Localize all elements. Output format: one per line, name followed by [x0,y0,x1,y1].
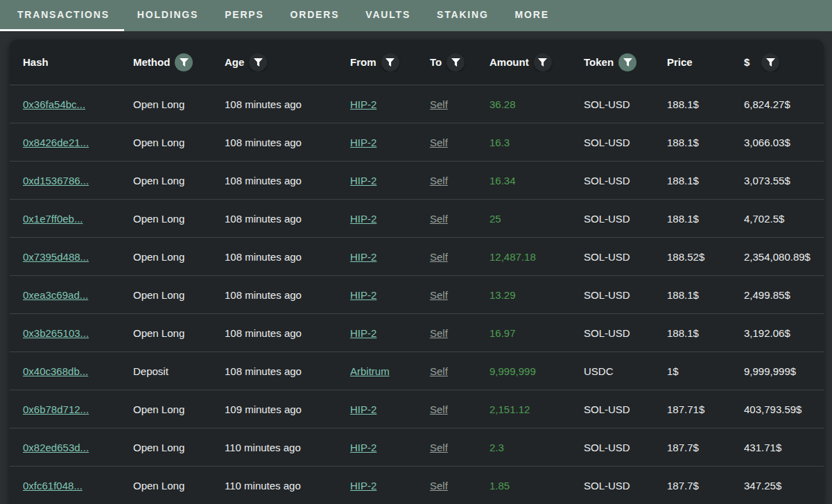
usd-cell: 347.25$ [731,480,824,492]
method-cell: Open Long [120,289,211,301]
column-label: To [430,56,442,68]
hash-link[interactable]: 0xfc61f048... [23,480,83,492]
from-link[interactable]: HIP-2 [350,137,376,148]
tab-more[interactable]: MORE [502,0,562,31]
hash-link[interactable]: 0x1e7ff0eb... [23,213,83,225]
to-link[interactable]: Self [430,403,448,415]
filter-icon[interactable] [381,53,399,71]
token-cell: SOL-USD [571,213,654,225]
hash-link[interactable]: 0x7395d488... [23,251,89,263]
column-label: $ [744,56,749,68]
hash-link[interactable]: 0xd1536786... [23,175,89,186]
to-link[interactable]: Self [430,98,448,110]
to-link[interactable]: Self [430,213,448,225]
from-link[interactable]: HIP-2 [350,327,376,339]
to-link[interactable]: Self [430,137,448,148]
to-link[interactable]: Self [430,251,448,263]
price-cell: 188.52$ [654,251,731,263]
usd-cell: 3,192.06$ [731,327,824,339]
from-link[interactable]: HIP-2 [350,442,376,453]
amount-cell: 16.97 [476,327,571,339]
age-cell: 108 minutes ago [211,213,337,225]
to-link[interactable]: Self [430,365,448,377]
amount-cell: 9,999,999 [476,365,571,377]
to-link[interactable]: Self [430,327,448,339]
amount-cell: 13.29 [476,289,571,301]
column-header-method: Method [120,53,211,71]
to-link[interactable]: Self [430,175,448,186]
usd-cell: 3,066.03$ [731,137,824,148]
column-label: Price [667,56,693,68]
filter-icon[interactable] [447,53,465,71]
method-cell: Open Long [120,442,211,453]
table-row: 0x82ed653d... Open Long 110 minutes ago … [10,428,824,466]
token-cell: SOL-USD [571,289,654,301]
age-cell: 110 minutes ago [211,442,337,453]
usd-cell: 4,702.5$ [731,213,824,225]
to-link[interactable]: Self [430,442,448,453]
tab-perps[interactable]: PERPS [211,0,277,31]
price-cell: 187.7$ [654,442,731,453]
from-link[interactable]: HIP-2 [350,98,376,110]
from-link[interactable]: Arbitrum [350,365,390,377]
hash-link[interactable]: 0x6b78d712... [23,403,89,415]
tab-holdings[interactable]: HOLDINGS [124,0,211,31]
filter-icon[interactable] [249,53,267,71]
price-cell: 187.7$ [654,480,731,492]
method-cell: Open Long [120,213,211,225]
to-link[interactable]: Self [430,480,448,492]
hash-link[interactable]: 0x82ed653d... [23,442,89,453]
tab-transactions[interactable]: TRANSACTIONS [0,0,124,31]
filter-icon[interactable] [618,53,636,71]
method-cell: Open Long [120,327,211,339]
amount-cell: 2.3 [476,442,571,453]
amount-cell: 1.85 [476,480,571,492]
to-link[interactable]: Self [430,289,448,301]
from-link[interactable]: HIP-2 [350,251,376,263]
tab-vaults[interactable]: VAULTS [352,0,424,31]
from-link[interactable]: HIP-2 [350,289,376,301]
age-cell: 108 minutes ago [211,289,337,301]
tab-orders[interactable]: ORDERS [277,0,353,31]
token-cell: SOL-USD [571,327,654,339]
hash-link[interactable]: 0x40c368db... [23,365,88,377]
token-cell: SOL-USD [571,403,654,415]
column-header-to: To [417,53,476,71]
from-link[interactable]: HIP-2 [350,213,376,225]
age-cell: 110 minutes ago [211,480,337,492]
token-cell: SOL-USD [571,98,654,110]
column-header-token: Token [571,53,654,71]
price-cell: 188.1$ [654,213,731,225]
column-header-amount: Amount [476,53,571,71]
hash-link[interactable]: 0x36fa54bc... [23,98,85,110]
price-cell: 188.1$ [654,98,731,110]
from-link[interactable]: HIP-2 [350,403,376,415]
token-cell: SOL-USD [571,175,654,186]
column-header-price: Price [654,56,731,68]
table-body: 0x36fa54bc... Open Long 108 minutes ago … [10,85,824,504]
token-cell: SOL-USD [571,251,654,263]
table-row: 0x6b78d712... Open Long 109 minutes ago … [10,390,824,428]
column-label: Amount [489,56,529,68]
token-cell: USDC [571,365,654,377]
filter-icon[interactable] [534,53,552,71]
price-cell: 188.1$ [654,327,731,339]
price-cell: 188.1$ [654,175,731,186]
table-row: 0x3b265103... Open Long 108 minutes ago … [10,313,824,351]
age-cell: 108 minutes ago [211,327,337,339]
amount-cell: 25 [476,213,571,225]
from-link[interactable]: HIP-2 [350,480,376,492]
hash-link[interactable]: 0x8426de21... [23,137,89,148]
transactions-table-card: Hash Method Age From To Amou [10,40,824,504]
table-row: 0x8426de21... Open Long 108 minutes ago … [10,123,824,161]
hash-link[interactable]: 0xea3c69ad... [23,289,88,301]
column-label: Age [225,56,244,68]
tab-staking[interactable]: STAKING [424,0,502,31]
filter-icon[interactable] [175,53,193,71]
usd-cell: 3,073.55$ [731,175,824,186]
filter-icon[interactable] [761,53,779,71]
from-link[interactable]: HIP-2 [350,175,376,186]
age-cell: 108 minutes ago [211,98,337,110]
column-label: Method [133,56,170,68]
hash-link[interactable]: 0x3b265103... [23,327,89,339]
